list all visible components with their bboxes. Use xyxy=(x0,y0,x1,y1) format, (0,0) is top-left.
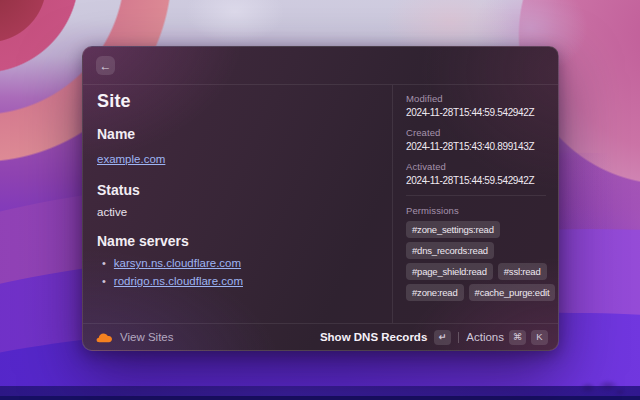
metadata-label: Activated xyxy=(406,161,546,172)
metadata-label: Modified xyxy=(406,93,546,104)
metadata-item-created: Created 2024-11-28T15:43:40.899143Z xyxy=(406,127,546,152)
status-value: active xyxy=(97,206,378,218)
window-body: Site Name example.com Status active Name… xyxy=(83,85,558,323)
list-item: rodrigo.ns.cloudflare.com xyxy=(102,275,378,287)
show-dns-records-button[interactable]: Show DNS Records ↵ xyxy=(320,330,451,345)
wallpaper-bottom-strip xyxy=(0,396,640,400)
footer-divider xyxy=(458,332,459,343)
section-heading-name-servers: Name servers xyxy=(97,233,378,249)
action-bar: View Sites Show DNS Records ↵ Actions ⌘ … xyxy=(83,323,558,350)
return-key-icon: ↵ xyxy=(434,330,451,345)
metadata-item-activated: Activated 2024-11-28T15:44:59.542942Z xyxy=(406,161,546,186)
raycast-detail-window: ← Site Name example.com Status active Na… xyxy=(82,46,559,351)
section-heading-name: Name xyxy=(97,126,378,142)
cloudflare-icon xyxy=(96,332,113,343)
metadata-value: 2024-11-28T15:43:40.899143Z xyxy=(406,141,546,152)
k-key-icon: K xyxy=(531,330,548,345)
wallpaper-watermark xyxy=(576,374,628,398)
window-header: ← xyxy=(83,47,558,85)
actions-label: Actions xyxy=(466,331,504,343)
permission-tag: #page_shield:read xyxy=(406,263,493,280)
permissions-label: Permissions xyxy=(406,205,546,216)
name-server-list: karsyn.ns.cloudflare.com rodrigo.ns.clou… xyxy=(97,257,378,287)
metadata-item-modified: Modified 2024-11-28T15:44:59.542942Z xyxy=(406,93,546,118)
footer-actions: Show DNS Records ↵ Actions ⌘ K xyxy=(320,330,548,345)
name-server-link[interactable]: karsyn.ns.cloudflare.com xyxy=(114,257,241,269)
permission-tag: #dns_records:read xyxy=(406,242,494,259)
command-key-icon: ⌘ xyxy=(509,330,526,345)
detail-pane: Site Name example.com Status active Name… xyxy=(83,85,392,323)
page-title: Site xyxy=(97,91,378,112)
metadata-divider xyxy=(406,195,546,196)
permissions-tags: #zone_settings:read #dns_records:read #p… xyxy=(406,221,546,301)
name-server-link[interactable]: rodrigo.ns.cloudflare.com xyxy=(114,275,243,287)
metadata-value: 2024-11-28T15:44:59.542942Z xyxy=(406,107,546,118)
metadata-label: Created xyxy=(406,127,546,138)
permission-tag: #ssl:read xyxy=(498,263,547,280)
back-button[interactable]: ← xyxy=(96,56,115,75)
show-dns-records-label: Show DNS Records xyxy=(320,331,427,343)
permission-tag: #zone:read xyxy=(406,284,464,301)
app-label: View Sites xyxy=(120,331,173,343)
section-heading-status: Status xyxy=(97,182,378,198)
permission-tag: #zone_settings:read xyxy=(406,221,500,238)
metadata-pane: Modified 2024-11-28T15:44:59.542942Z Cre… xyxy=(393,85,558,323)
list-item: karsyn.ns.cloudflare.com xyxy=(102,257,378,269)
metadata-value: 2024-11-28T15:44:59.542942Z xyxy=(406,175,546,186)
site-name-link[interactable]: example.com xyxy=(97,153,165,165)
back-arrow-icon: ← xyxy=(100,60,112,72)
permission-tag: #cache_purge:edit xyxy=(469,284,556,301)
actions-menu-button[interactable]: Actions ⌘ K xyxy=(466,330,548,345)
